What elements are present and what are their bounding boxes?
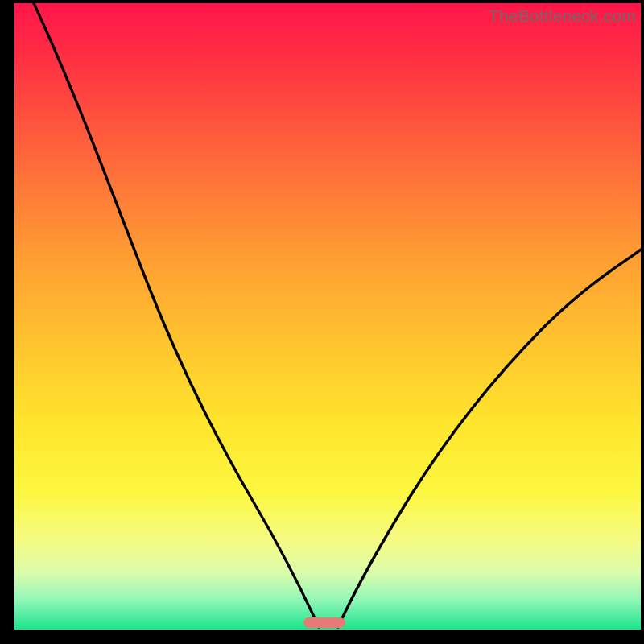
optimum-marker [303,617,345,628]
left-curve [34,3,319,627]
plot-area [14,3,641,630]
curve-layer [14,3,641,630]
right-curve [338,250,641,627]
watermark-text: TheBottleneck.com [489,6,636,26]
